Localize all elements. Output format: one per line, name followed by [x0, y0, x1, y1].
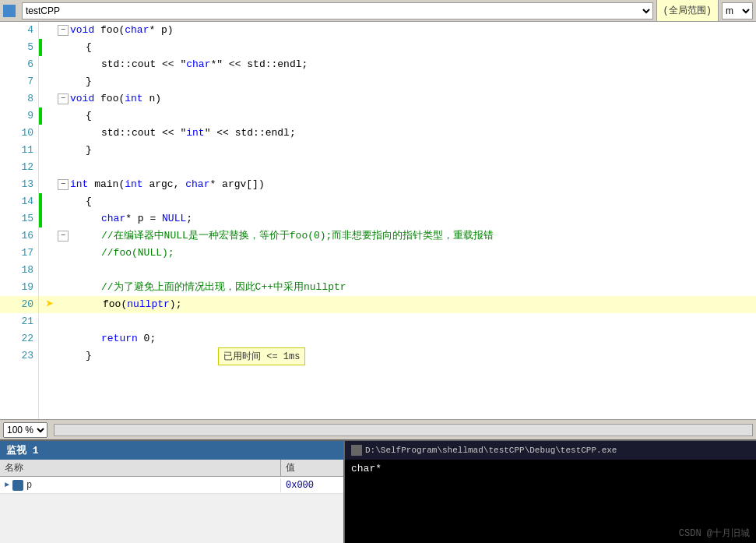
editor-area: 4567891011121314151617181920212223 −void…: [0, 22, 756, 419]
file-icon: [3, 5, 16, 17]
col-name-header: 名称: [0, 460, 281, 476]
code-line-22: return 0;: [39, 330, 756, 347]
code-text: //在编译器中NULL是一种宏替换，等价于foo(0);而非想要指向的指针类型，…: [101, 227, 494, 245]
code-line-23: }: [39, 347, 756, 365]
watch-var-name: p: [26, 480, 32, 491]
console-output: char*: [345, 460, 756, 524]
code-text: }: [86, 142, 92, 159]
green-bar: [39, 210, 42, 227]
scope-label: (全局范围): [663, 4, 712, 17]
code-text: char* p = NULL;: [101, 210, 192, 227]
watch-panel-header: 监视 1: [0, 441, 343, 460]
code-line-11: }: [39, 142, 756, 159]
fold-icon[interactable]: −: [58, 179, 69, 190]
code-line-21: [39, 313, 756, 330]
line-number-22: 22: [0, 330, 38, 347]
title-bar-left: testCPP: [0, 2, 656, 19]
fold-icon[interactable]: −: [58, 25, 69, 36]
fold-icon[interactable]: −: [58, 231, 69, 242]
code-line-13: −int main(int argc, char* argv[]): [39, 176, 756, 193]
method-dropdown[interactable]: m: [722, 2, 753, 19]
code-text: }: [86, 347, 92, 365]
code-text: int main(int argc, char* argv[]): [70, 176, 265, 193]
zoom-select[interactable]: 100 %: [3, 422, 47, 438]
expand-arrow-icon[interactable]: ►: [5, 481, 9, 489]
watch-table: 名称 值 ► p 0x000: [0, 460, 343, 543]
line-number-12: 12: [0, 159, 38, 176]
code-line-16: −//在编译器中NULL是一种宏替换，等价于foo(0);而非想要指向的指针类型…: [39, 227, 756, 245]
code-line-5: {: [39, 39, 756, 56]
code-text: std::cout << "int" << std::endl;: [101, 125, 296, 142]
debug-arrow-icon: ➤: [42, 297, 58, 312]
code-line-17: //foo(NULL);: [39, 245, 756, 262]
code-text: //为了避免上面的情况出现，因此C++中采用nullptr: [101, 279, 346, 296]
line-number-4: 4: [0, 22, 38, 39]
file-dropdown[interactable]: testCPP: [22, 2, 653, 19]
code-text: {: [86, 108, 92, 125]
status-bar: 100 %: [0, 419, 756, 439]
line-number-6: 6: [0, 56, 38, 73]
code-line-14: {: [39, 193, 756, 210]
console-path: D:\SelfProgram\shellmad\testCPP\Debug\te…: [365, 446, 617, 455]
line-number-18: 18: [0, 262, 38, 279]
watch-table-header: 名称 值: [0, 460, 343, 477]
watch-var-icon: [12, 480, 23, 491]
console-text: char*: [351, 463, 382, 474]
code-line-8: −void foo(int n): [39, 90, 756, 108]
console-icon: [351, 445, 362, 456]
watch-panel-title: 监视 1: [6, 443, 39, 457]
line-number-8: 8: [0, 90, 38, 108]
line-number-9: 9: [0, 108, 38, 125]
line-number-7: 7: [0, 73, 38, 90]
line-number-5: 5: [0, 39, 38, 56]
line-number-15: 15: [0, 210, 38, 227]
code-text: //foo(NULL);: [101, 245, 174, 262]
code-line-18: [39, 262, 756, 279]
line-number-19: 19: [0, 279, 38, 296]
col-value-header: 值: [281, 460, 343, 476]
code-text: void foo(char* p): [70, 22, 174, 39]
timing-tooltip: 已用时间 <= 1ms: [218, 347, 305, 365]
line-number-23: 23: [0, 347, 38, 365]
code-line-6: std::cout << "char*" << std::endl;: [39, 56, 756, 73]
code-text: foo(nullptr);: [103, 296, 181, 313]
bottom-area: 监视 1 名称 值 ► p 0x000 D:\SelfProgram\shell…: [0, 439, 756, 543]
watch-row-name: ► p: [0, 478, 281, 492]
code-line-15: char* p = NULL;: [39, 210, 756, 227]
code-line-10: std::cout << "int" << std::endl;: [39, 125, 756, 142]
code-line-12: [39, 159, 756, 176]
line-number-21: 21: [0, 313, 38, 330]
horizontal-scrollbar[interactable]: [54, 424, 753, 436]
code-text: void foo(int n): [70, 90, 161, 108]
code-line-20: ➤foo(nullptr);: [39, 296, 756, 313]
line-number-14: 14: [0, 193, 38, 210]
code-line-4: −void foo(char* p): [39, 22, 756, 39]
code-text: {: [86, 39, 92, 56]
code-line-7: }: [39, 73, 756, 90]
code-line-9: {: [39, 108, 756, 125]
code-line-19: //为了避免上面的情况出现，因此C++中采用nullptr: [39, 279, 756, 296]
line-numbers: 4567891011121314151617181920212223: [0, 22, 39, 419]
green-bar: [39, 193, 42, 210]
scope-area: (全局范围): [656, 0, 719, 21]
fold-icon[interactable]: −: [58, 93, 69, 104]
code-text: return 0;: [101, 330, 156, 347]
console-panel: D:\SelfProgram\shellmad\testCPP\Debug\te…: [345, 441, 756, 543]
line-number-11: 11: [0, 142, 38, 159]
code-text: }: [86, 73, 92, 90]
code-text: std::cout << "char*" << std::endl;: [101, 56, 308, 73]
green-bar: [39, 108, 42, 125]
title-bar: testCPP (全局范围) m: [0, 0, 756, 22]
line-number-10: 10: [0, 125, 38, 142]
watch-var-value: 0x000: [281, 478, 343, 492]
code-editor[interactable]: −void foo(char* p){std::cout << "char*" …: [39, 22, 756, 419]
line-number-13: 13: [0, 176, 38, 193]
line-number-20: 20: [0, 296, 38, 313]
watch-row[interactable]: ► p 0x000: [0, 477, 343, 494]
code-text: {: [86, 193, 92, 210]
line-number-17: 17: [0, 245, 38, 262]
line-number-16: 16: [0, 227, 38, 245]
watermark: CSDN @十月旧城: [345, 524, 756, 543]
console-title-bar: D:\SelfProgram\shellmad\testCPP\Debug\te…: [345, 441, 756, 460]
watch-panel: 监视 1 名称 值 ► p 0x000: [0, 441, 345, 543]
